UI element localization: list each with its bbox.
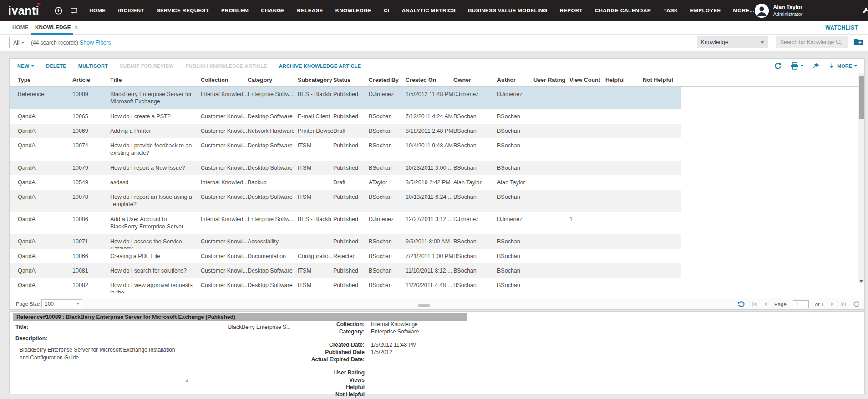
first-page-icon[interactable] — [751, 302, 757, 307]
prev-page-icon[interactable] — [764, 302, 768, 307]
table-row[interactable]: QandA10074How do I provide feedback to a… — [10, 138, 681, 161]
table-row[interactable]: QandA10549asdasdInternal Knowled...Backu… — [10, 175, 681, 190]
nav-item-report[interactable]: REPORT — [560, 8, 583, 13]
table-row[interactable]: Reference10089BlackBerry Enterprise Serv… — [10, 87, 681, 109]
reload-icon[interactable] — [853, 301, 860, 308]
circle-up-arrow-icon[interactable] — [55, 7, 62, 15]
nav-item-change[interactable]: CHANGE — [261, 8, 284, 13]
grid-more-button[interactable]: MORE — [829, 63, 857, 69]
scrollbar-thumb[interactable] — [859, 76, 864, 119]
cell-category: Documentation — [248, 249, 298, 263]
table-row[interactable]: QandA10066Creating a PDF FileCustomer Kn… — [10, 249, 681, 263]
cell-created_on: 7/12/2011 4:24 AM — [406, 109, 453, 124]
column-header-title[interactable]: Title — [110, 73, 201, 86]
module-dropdown[interactable]: Knowledge — [697, 36, 768, 48]
cell-helpful — [605, 175, 643, 190]
table-row[interactable]: QandA10078How do I report an Issue using… — [10, 190, 681, 212]
cell-user_rating — [533, 263, 569, 278]
column-header-created-on[interactable]: Created On — [406, 73, 453, 86]
multisort-button[interactable]: MULTISORT — [78, 63, 108, 69]
cell-subcategory — [298, 175, 333, 190]
column-header-type[interactable]: Type — [18, 73, 72, 86]
nav-item-analytic-metrics[interactable]: ANALYTIC METRICS — [402, 8, 456, 13]
page-size-label: Page Size — [16, 301, 40, 307]
chevron-down-icon — [21, 42, 24, 44]
table-row[interactable]: QandA10082How do I view approval request… — [10, 278, 681, 293]
tab-close-icon[interactable]: ✕ — [74, 25, 79, 30]
cell-user_rating — [533, 278, 569, 293]
nav-item-ci[interactable]: CI — [384, 8, 389, 13]
table-row[interactable]: QandA10081How do I search for solutions?… — [10, 263, 681, 278]
column-header-not-helpful[interactable]: Not Helpful — [643, 73, 681, 86]
column-header-helpful[interactable]: Helpful — [605, 73, 643, 86]
cell-view_count — [569, 161, 605, 175]
nav-item-more[interactable]: MORE... — [733, 8, 755, 13]
cell-not_helpful — [643, 109, 681, 124]
detail-description-label: Description: — [15, 335, 47, 342]
show-filters-link[interactable]: Show Filters — [80, 40, 111, 46]
search-input[interactable] — [779, 39, 836, 46]
cell-title: How do I search for solutions? — [110, 263, 201, 278]
tab-knowledge[interactable]: KNOWLEDGE✕ — [35, 25, 78, 30]
pin-icon[interactable] — [812, 62, 820, 70]
column-header-category[interactable]: Category — [248, 73, 298, 86]
last-page-icon[interactable] — [841, 302, 847, 307]
detail-title-value: BlackBerry Enterprise S... — [183, 324, 291, 330]
scope-dropdown[interactable]: All — [9, 37, 28, 48]
delete-button[interactable]: DELETE — [46, 63, 66, 69]
column-header-author[interactable]: Author — [497, 73, 533, 86]
print-button[interactable] — [791, 62, 803, 70]
table-row[interactable]: QandA10065How do I create a PST?Customer… — [10, 109, 681, 124]
table-row[interactable]: QandA10079How do I report a New Issue?Cu… — [10, 161, 681, 175]
refresh-icon[interactable] — [774, 62, 782, 70]
nav-item-change-calendar[interactable]: CHANGE CALENDAR — [595, 8, 651, 13]
column-header-status[interactable]: Status — [333, 73, 369, 86]
nav-item-employee[interactable]: EMPLOYEE — [690, 8, 721, 13]
column-header-collection[interactable]: Collection — [201, 73, 248, 86]
ivanti-logo[interactable]: ivanti — [8, 5, 39, 16]
chevron-down-icon — [801, 65, 803, 67]
nav-item-business-value-modeling[interactable]: BUSINESS VALUE MODELING — [468, 8, 547, 13]
nav-item-home[interactable]: HOME — [89, 8, 106, 13]
avatar[interactable] — [755, 4, 769, 18]
cell-helpful — [605, 249, 643, 263]
page-input[interactable] — [793, 300, 809, 308]
watchlist-link[interactable]: WATCHLIST — [825, 25, 858, 31]
new-button[interactable]: NEW — [17, 63, 34, 69]
vertical-scrollbar[interactable] — [858, 73, 864, 283]
column-header-view-count[interactable]: View Count — [569, 73, 605, 86]
save-search-folder-icon[interactable] — [854, 38, 863, 45]
scroll-down-arrow[interactable] — [859, 280, 863, 283]
search-box[interactable] — [776, 36, 848, 48]
nav-item-task[interactable]: TASK — [663, 8, 678, 13]
chat-icon[interactable] — [70, 7, 78, 15]
column-header-article[interactable]: Article — [72, 73, 110, 86]
column-header-user-rating[interactable]: User Rating — [533, 73, 569, 86]
resize-gripper-icon[interactable] — [185, 379, 188, 382]
column-header-created-by[interactable]: Created By — [369, 73, 406, 86]
cell-created_on: 11/20/2011 4:48 ... — [406, 278, 453, 293]
next-page-icon[interactable] — [830, 302, 834, 307]
column-header-subcategory[interactable]: Subcategory — [298, 73, 333, 86]
nav-item-service-request[interactable]: SERVICE REQUEST — [157, 8, 209, 13]
table-row[interactable]: QandA10071How do I access the Service Ca… — [10, 234, 681, 249]
column-header-owner[interactable]: Owner — [453, 73, 497, 86]
archive-knowledge-article-button[interactable]: ARCHIVE KNOWLEDGE ARTICLE — [279, 63, 361, 69]
detail-field-row: Collection:Internal Knowledge — [296, 321, 467, 328]
nav-item-knowledge[interactable]: KNOWLEDGE — [335, 8, 372, 13]
cell-created_on: 12/27/2011 3:12 ... — [406, 212, 453, 234]
user-block[interactable]: Alan Taylor Administrator — [755, 4, 803, 18]
horizontal-scrollbar-thumb[interactable] — [418, 304, 430, 307]
table-row[interactable]: QandA10069Adding a PrinterCustomer Knowl… — [10, 124, 681, 138]
nav-item-problem[interactable]: PROBLEM — [221, 8, 249, 13]
cell-view_count — [569, 234, 605, 249]
cell-owner: BSochan — [453, 109, 497, 124]
nav-item-incident[interactable]: INCIDENT — [118, 8, 144, 13]
page-size-dropdown[interactable]: 100 — [41, 299, 82, 308]
wrench-settings-icon[interactable] — [862, 7, 868, 15]
tab-home[interactable]: HOME — [12, 25, 29, 30]
nav-item-release[interactable]: RELEASE — [297, 8, 323, 13]
undo-icon[interactable] — [737, 301, 745, 308]
cell-author: BSochan — [497, 190, 533, 212]
table-row[interactable]: QandA10086Add a User Account to BlackBer… — [10, 212, 681, 234]
